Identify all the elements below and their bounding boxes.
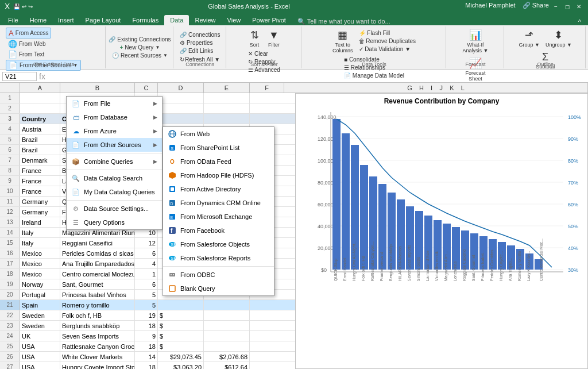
group-button[interactable]: ⬏ Group ▼	[516, 28, 541, 49]
text-to-columns-button[interactable]: ▦ Text toColumns	[330, 28, 355, 55]
share-button[interactable]: 🔗 Share	[523, 2, 549, 11]
connections-button[interactable]: 🔗 Connections	[177, 31, 222, 39]
flash-fill-button[interactable]: ⚡ Flash Fill	[357, 29, 418, 37]
close-button[interactable]: ✕	[574, 2, 583, 11]
from-database-item[interactable]: 🗃 From Database ▶	[67, 110, 162, 124]
tab-power-pivot[interactable]: Power Pivot	[246, 15, 292, 25]
azure-icon: ☁	[71, 126, 80, 136]
tab-data[interactable]: Data	[164, 15, 189, 25]
from-active-directory-item[interactable]: From Active Directory	[163, 182, 274, 196]
svg-text:Hungry Coyote...: Hungry Coyote...	[499, 251, 504, 281]
from-file-item[interactable]: 📄 From File ▶	[67, 97, 162, 110]
query-options-item[interactable]: ☰ Query Options	[67, 216, 162, 229]
tab-file[interactable]: File	[2, 15, 24, 25]
connections-label: Connections	[175, 62, 226, 67]
title-bar: X 💾 ↩ ↪ Global Sales Analysis - Excel Mi…	[0, 0, 588, 13]
svg-text:Simons bistro: Simons bistro	[416, 256, 420, 281]
ungroup-button[interactable]: ⬍ Ungroup ▼	[543, 28, 574, 49]
from-web-button[interactable]: 🌐 From Web	[6, 39, 48, 49]
data-validation-button[interactable]: ✓ Data Validation ▼	[357, 45, 418, 53]
svg-text:Loncherias: Loncherias	[453, 261, 457, 281]
edit-links-button[interactable]: 🔗 Edit Links	[177, 47, 215, 55]
from-facebook-item[interactable]: f From Facebook	[163, 224, 274, 237]
filter-button[interactable]: ▼ Filter	[265, 28, 283, 49]
from-exchange-item[interactable]: E From Microsoft Exchange	[163, 210, 274, 224]
svg-text:70%: 70%	[568, 180, 578, 186]
from-other-sources-submenu[interactable]: From Web S From SharePoint List O From O…	[163, 126, 274, 296]
col-header-rest[interactable]: G H I J K L	[284, 83, 588, 93]
col-header-c[interactable]: C	[135, 83, 158, 93]
hadoop-icon	[168, 171, 177, 180]
svg-text:40%: 40%	[568, 245, 578, 251]
data-catalog-search-item[interactable]: 🔍 Data Catalog Search	[67, 171, 162, 185]
col-header-a[interactable]: A	[20, 83, 60, 93]
remove-duplicates-button[interactable]: 🗑 Remove Duplicates	[357, 37, 418, 45]
other-sources-icon: 📄	[71, 140, 80, 149]
combine-queries-item[interactable]: 📦 Combine Queries ▶	[67, 155, 162, 168]
svg-point-91	[171, 274, 172, 275]
tab-review[interactable]: Review	[189, 15, 221, 25]
from-web-submenu-item[interactable]: From Web	[163, 127, 274, 141]
forecast-sheet-button[interactable]: 📈 ForecastSheet	[463, 56, 488, 83]
settings-icon: ⚙	[71, 204, 80, 213]
col-header-f[interactable]: F	[250, 83, 284, 93]
from-text-button[interactable]: 📄 From Text	[6, 49, 47, 59]
window-controls[interactable]: Michael Pamphlet 🔗 Share − ◻ ✕	[465, 2, 583, 11]
my-data-catalog-item[interactable]: 📄 My Data Catalog Queries	[67, 185, 162, 199]
ribbon-tabs: File Home Insert Page Layout Formulas Da…	[0, 13, 588, 25]
svg-rect-27	[360, 165, 368, 270]
from-azure-item[interactable]: ☁ From Azure ▶	[67, 124, 162, 138]
tab-home[interactable]: Home	[24, 15, 52, 25]
connections-left-group: 🔗 Existing Connections + New Query ▼ 🕐 R…	[107, 26, 173, 68]
minimize-button[interactable]: −	[551, 2, 560, 11]
subtotal-button[interactable]: Σ Subtotal	[533, 50, 557, 71]
what-if-button[interactable]: 📊 What-IfAnalysis ▼	[461, 28, 491, 55]
connections-group: 🔗 Connections ⚙ Properties 🔗 Edit Links …	[175, 26, 226, 68]
tab-insert[interactable]: Insert	[52, 15, 80, 25]
from-access-icon: A	[9, 29, 14, 37]
existing-connections-button[interactable]: 🔗 Existing Connections	[106, 36, 173, 43]
col-header-e[interactable]: E	[204, 83, 250, 93]
svg-rect-93	[169, 286, 175, 291]
restore-button[interactable]: ◻	[563, 2, 572, 11]
clear-button[interactable]: ✕ Clear	[246, 50, 283, 57]
from-dynamics-item[interactable]: D From Dynamics CRM Online	[163, 196, 274, 210]
name-box[interactable]	[2, 72, 37, 81]
whatif-icon: 📊	[469, 29, 482, 41]
from-salesforce-reports-item[interactable]: SF From Salesforce Reports	[163, 251, 274, 265]
tab-page-layout[interactable]: Page Layout	[80, 15, 127, 25]
from-salesforce-objects-item[interactable]: SF From Salesforce Objects	[163, 237, 274, 251]
col-header-b[interactable]: B	[60, 83, 135, 93]
svg-text:Sant, Gourmet: Sant, Gourmet	[471, 255, 475, 281]
from-hadoop-item[interactable]: From Hadoop File (HDFS)	[163, 168, 274, 182]
svg-text:QUICK-Stop: QUICK-Stop	[334, 259, 338, 281]
recent-sources-button[interactable]: 🕐 Recent Sources ▼	[110, 52, 170, 59]
svg-text:Rattlesnake Canyon...: Rattlesnake Canyon...	[370, 241, 375, 281]
new-query-button[interactable]: + New Query ▼	[118, 44, 163, 51]
tab-view[interactable]: View	[222, 15, 247, 25]
outline-label: Outline	[505, 62, 585, 67]
col-header-d[interactable]: D	[158, 83, 204, 93]
svg-rect-24	[332, 119, 341, 270]
sort-button[interactable]: ⇅ Sort	[245, 28, 264, 49]
svg-text:D: D	[171, 202, 173, 206]
forecast-label: Forecast	[447, 62, 504, 67]
blank-query-item[interactable]: Blank Query	[163, 282, 274, 295]
salesforce-reports-icon: SF	[168, 253, 177, 263]
my-catalog-icon: 📄	[71, 187, 80, 197]
from-other-sources-item[interactable]: 📄 From Other Sources ▶	[67, 138, 162, 152]
catalog-search-icon: 🔍	[71, 174, 80, 183]
active-directory-icon	[168, 184, 177, 194]
svg-text:100%: 100%	[568, 114, 581, 120]
tell-me-bar[interactable]: 🔍 Tell me what you want to do...	[297, 18, 578, 25]
query-menu[interactable]: 📄 From File ▶ 🗃 From Database ▶ ☁ From A…	[66, 96, 163, 230]
data-source-settings-item[interactable]: ⚙ Data Source Settings...	[67, 202, 162, 216]
from-access-button[interactable]: A From Access	[6, 28, 51, 39]
ribbon-collapse-icon[interactable]: ^	[578, 18, 581, 25]
from-odbc-item[interactable]: From ODBC	[163, 268, 274, 282]
tab-formulas[interactable]: Formulas	[126, 15, 164, 25]
properties-button[interactable]: ⚙ Properties	[177, 39, 215, 47]
from-sharepoint-item[interactable]: S From SharePoint List	[163, 141, 274, 155]
from-odata-item[interactable]: O From OData Feed	[163, 155, 274, 168]
manage-data-model-button[interactable]: 📄 Manage Data Model	[342, 72, 407, 79]
